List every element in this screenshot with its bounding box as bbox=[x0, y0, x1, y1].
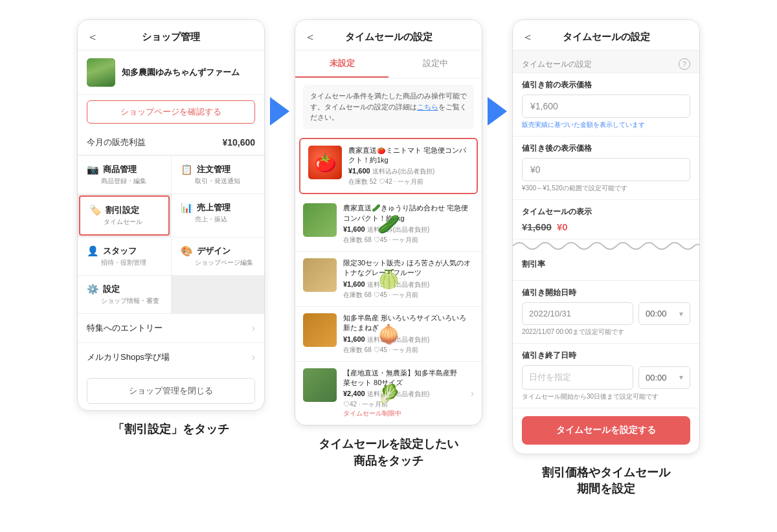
product-item-4[interactable]: 知多半島産 形いろいろサイズいろいろ 新たまねぎ ¥1,600 送料込み(出品者… bbox=[295, 307, 482, 362]
caption2-line1: タイムセールを設定したい bbox=[319, 436, 458, 452]
product-thumb-5 bbox=[303, 368, 337, 402]
end-date-input[interactable]: 日付を指定 bbox=[522, 365, 633, 390]
staff-label: スタッフ bbox=[103, 245, 137, 257]
product-name-4: 知多半島産 形いろいろサイズいろいろ 新たまねぎ bbox=[343, 313, 474, 333]
screen1-title: ショップ管理 bbox=[105, 31, 237, 43]
screen1-wrapper: ＜ ショップ管理 知多農園ゆみちゃんずファーム ショップページを確認する 今月の… bbox=[77, 19, 265, 438]
caption2-line2: 商品をタッチ bbox=[319, 453, 458, 469]
sales-label: 売上管理 bbox=[197, 202, 231, 214]
products-icon: 📷 bbox=[87, 164, 99, 175]
phone-screen1: ＜ ショップ管理 知多農園ゆみちゃんずファーム ショップページを確認する 今月の… bbox=[77, 19, 265, 411]
product-item-1[interactable]: 農家直送🍅ミニトマト 宅急便コンパクト！約1kg ¥1,600 送料込み(出品者… bbox=[299, 138, 478, 195]
orders-label: 注文管理 bbox=[197, 164, 231, 175]
wavy-divider bbox=[513, 239, 699, 252]
products-sublabel: 商品登録・編集 bbox=[87, 177, 162, 186]
avatar-image bbox=[87, 58, 115, 87]
stock-1: 在庫数 52 bbox=[348, 178, 377, 185]
arrow1-wrapper bbox=[265, 97, 295, 126]
after-price-hint: ¥300～¥1,520の範囲で設定可能です bbox=[522, 184, 690, 193]
product-item-5[interactable]: 【産地直送・無農薬】知多半島産野菜セット 80サイズ ¥2,400 送料込み(出… bbox=[295, 362, 482, 426]
set-timesale-button[interactable]: タイムセールを設定する bbox=[522, 416, 690, 445]
product-info-3: 限定30セット販売♪ ほろ苦さが人気のオトナなグレープフルーツ ¥1,600 送… bbox=[343, 258, 474, 300]
sale-display-label: タイムセールの表示 bbox=[522, 206, 690, 217]
caption1-line1: 「割引設定」をタッチ bbox=[113, 421, 229, 438]
start-date-group: 値引き開始日時 2022/10/31 00:00 ▾ 2022/11/07 00… bbox=[513, 281, 699, 344]
before-price-hint: 販売実績に基づいた金額を表示しています bbox=[522, 120, 690, 129]
discount-rate-group: 割引率 bbox=[513, 252, 699, 281]
link-learning[interactable]: メルカリShops学び場 › bbox=[78, 342, 264, 371]
revenue-amount: ¥10,600 bbox=[222, 137, 255, 148]
screen3-title: タイムセールの設定 bbox=[540, 31, 672, 43]
info-box: タイムセール条件を満たした商品のみ操作可能です。タイムセールの設定の詳細はこちら… bbox=[303, 85, 474, 129]
screens-row: ＜ ショップ管理 知多農園ゆみちゃんずファーム ショップページを確認する 今月の… bbox=[13, 19, 764, 496]
product-name-2: 農家直送🥒きゅうり詰め合わせ 宅急便コンパクト！約1kg bbox=[343, 203, 474, 223]
settings-icon: ⚙️ bbox=[87, 283, 99, 295]
end-date-row: 日付を指定 00:00 ▾ bbox=[522, 365, 690, 390]
product-meta-5: ♡42 · 一ヶ月前 タイムセール制限中 bbox=[343, 400, 464, 418]
menu-item-orders[interactable]: 📋 注文管理 取引・発送通知 bbox=[172, 156, 265, 194]
price-bold-1: ¥1,600 bbox=[348, 167, 370, 175]
menu-item-products[interactable]: 📷 商品管理 商品登録・編集 bbox=[78, 156, 171, 194]
end-time-select[interactable]: 00:00 ▾ bbox=[638, 366, 690, 389]
after-price-label: 値引き後の表示価格 bbox=[522, 143, 690, 154]
end-time-chevron: ▾ bbox=[679, 373, 683, 382]
link-entry[interactable]: 特集へのエントリー › bbox=[78, 313, 264, 342]
link-learning-chevron: › bbox=[252, 351, 255, 363]
before-price-input[interactable]: ¥1,600 bbox=[522, 94, 690, 118]
menu-item-discount[interactable]: 🏷️ 割引設定 タイムセール bbox=[79, 195, 170, 236]
caption2: タイムセールを設定したい 商品をタッチ bbox=[319, 436, 458, 468]
product-item-3[interactable]: 限定30セット販売♪ ほろ苦さが人気のオトナなグレープフルーツ ¥1,600 送… bbox=[295, 252, 482, 307]
link-learning-label: メルカリShops学び場 bbox=[87, 351, 170, 363]
design-label: デザイン bbox=[197, 245, 231, 257]
age-label-1: 一ヶ月前 bbox=[398, 178, 423, 185]
info-link[interactable]: こちら bbox=[417, 103, 438, 111]
product-item-2[interactable]: 農家直送🥒きゅうり詰め合わせ 宅急便コンパクト！約1kg ¥1,600 送料込み… bbox=[295, 197, 482, 252]
sale-new-price: ¥0 bbox=[557, 221, 568, 232]
product-info-4: 知多半島産 形いろいろサイズいろいろ 新たまねぎ ¥1,600 送料込み(出品者… bbox=[343, 313, 474, 355]
link-entry-label: 特集へのエントリー bbox=[87, 322, 163, 334]
product-price-5: ¥2,400 送料込み(出品者負担) bbox=[343, 390, 464, 399]
sales-icon: 📊 bbox=[181, 202, 193, 214]
product-info-2: 農家直送🥒きゅうり詰め合わせ 宅急便コンパクト！約1kg ¥1,600 送料込み… bbox=[343, 203, 474, 245]
discount-icon: 🏷️ bbox=[89, 205, 102, 216]
settings-label: 設定 bbox=[103, 283, 120, 295]
menu-item-settings[interactable]: ⚙️ 設定 ショップ情報・審査 bbox=[78, 276, 171, 313]
back-button-3[interactable]: ＜ bbox=[522, 29, 534, 45]
staff-sublabel: 招待・役割管理 bbox=[87, 258, 162, 267]
tab-unsettled[interactable]: 未設定 bbox=[295, 50, 388, 78]
orders-sublabel: 取引・発送通知 bbox=[181, 177, 256, 186]
start-time-select[interactable]: 00:00 ▾ bbox=[638, 302, 690, 325]
end-date-group: 値引き終了日時 日付を指定 00:00 ▾ タイムセール開始から30日後まで設定… bbox=[513, 344, 699, 408]
after-price-group: 値引き後の表示価格 ¥0 ¥300～¥1,520の範囲で設定可能です bbox=[513, 137, 699, 200]
back-button-2[interactable]: ＜ bbox=[304, 29, 316, 45]
chevron-right-5: › bbox=[471, 388, 474, 399]
screen2-title: タイムセールの設定 bbox=[322, 31, 455, 43]
shop-page-button[interactable]: ショップページを確認する bbox=[87, 100, 255, 124]
product-info-5: 【産地直送・無農薬】知多半島産野菜セット 80サイズ ¥2,400 送料込み(出… bbox=[343, 368, 464, 419]
product-meta-2: 在庫数 68 ♡45 · 一ヶ月前 bbox=[343, 236, 474, 245]
end-time-value: 00:00 bbox=[646, 373, 667, 382]
back-button-1[interactable]: ＜ bbox=[87, 29, 98, 45]
screen2-header: ＜ タイムセールの設定 bbox=[295, 20, 482, 50]
menu-item-design[interactable]: 🎨 デザイン ショップページ編集 bbox=[172, 238, 265, 275]
product-info-1: 農家直送🍅ミニトマト 宅急便コンパクト！約1kg ¥1,600 送料込み(出品者… bbox=[348, 146, 469, 187]
link-entry-chevron: › bbox=[252, 322, 255, 334]
sale-display-group: タイムセールの表示 ¥1,600 ¥0 bbox=[513, 200, 699, 239]
after-price-input[interactable]: ¥0 bbox=[522, 158, 690, 181]
menu-item-sales[interactable]: 📊 売上管理 売上・振込 bbox=[172, 194, 265, 237]
close-shop-button[interactable]: ショップ管理を閉じる bbox=[87, 378, 255, 404]
product-meta-4: 在庫数 68 ♡45 · 一ヶ月前 bbox=[343, 346, 474, 355]
screen2-wrapper: ＜ タイムセールの設定 未設定 設定中 タイムセール条件を満たした商品のみ操作可… bbox=[295, 19, 482, 469]
menu-item-staff[interactable]: 👤 スタッフ 招待・役割管理 bbox=[78, 238, 171, 275]
caption3: 割引価格やタイムセール 期間を設定 bbox=[542, 465, 670, 496]
orders-icon: 📋 bbox=[181, 164, 193, 175]
start-date-label: 値引き開始日時 bbox=[522, 287, 690, 298]
product-price-2: ¥1,600 送料込み(出品者負担) bbox=[343, 225, 474, 234]
start-date-input[interactable]: 2022/10/31 bbox=[522, 302, 633, 325]
question-icon[interactable]: ? bbox=[679, 58, 690, 70]
section-label: タイムセールの設定 ? bbox=[513, 50, 699, 73]
arrow1-icon bbox=[270, 97, 289, 126]
caption3-line1: 割引価格やタイムセール bbox=[542, 465, 670, 481]
tab-settled[interactable]: 設定中 bbox=[388, 50, 482, 78]
sale-display-row: ¥1,600 ¥0 bbox=[522, 221, 690, 232]
